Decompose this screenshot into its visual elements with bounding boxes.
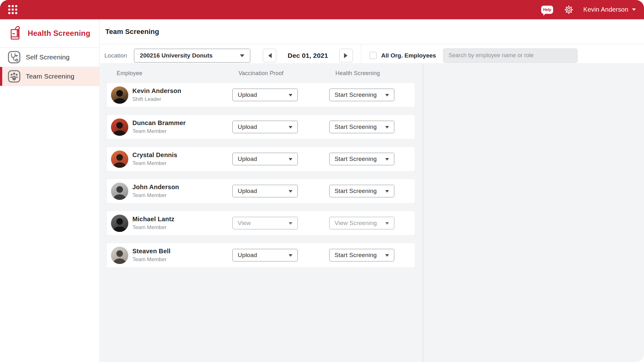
empty-right-panel bbox=[423, 63, 644, 362]
vaccination-proof-value: Upload bbox=[238, 123, 257, 130]
health-screening-value: Start Screening bbox=[335, 123, 377, 130]
all-org-label: All Org. Employees bbox=[381, 52, 436, 59]
health-screening-value: Start Screening bbox=[335, 156, 377, 162]
gear-icon bbox=[564, 5, 574, 15]
table-header-row: Employee Vaccination Proof Health Screen… bbox=[107, 70, 415, 77]
table-row: Steaven Bell Team Member Upload Start Sc… bbox=[107, 243, 415, 267]
chevron-down-icon bbox=[385, 222, 389, 227]
vaccination-proof-dropdown[interactable]: View bbox=[232, 217, 298, 229]
team-people-icon bbox=[8, 70, 21, 83]
health-screening-dropdown[interactable]: Start Screening bbox=[329, 185, 394, 197]
location-select[interactable]: 200216 University Donuts bbox=[134, 49, 250, 63]
employee-role: Shift Leader bbox=[132, 96, 181, 102]
chevron-down-icon bbox=[289, 222, 292, 227]
avatar bbox=[111, 183, 128, 200]
vaccination-proof-dropdown[interactable]: Upload bbox=[232, 153, 298, 165]
all-org-checkbox[interactable] bbox=[369, 52, 377, 59]
app-window: Help Kevin Anderson bbox=[0, 0, 644, 362]
table-row: Michael Lantz Team Member View View Scre… bbox=[107, 211, 415, 235]
vaccination-proof-dropdown[interactable]: Upload bbox=[232, 249, 298, 261]
employee-cell: John Anderson Team Member bbox=[111, 183, 232, 200]
chevron-right-icon bbox=[344, 53, 350, 58]
sidebar: Health Screening Self Screening bbox=[0, 19, 100, 362]
employee-cell: Kevin Anderson Shift Leader bbox=[111, 86, 232, 104]
next-day-button[interactable] bbox=[339, 49, 353, 62]
column-employee: Employee bbox=[107, 70, 228, 77]
employee-name: John Anderson bbox=[132, 184, 179, 191]
sidebar-item-self-screening[interactable]: Self Screening bbox=[0, 48, 99, 67]
date-navigator: Dec 01, 2021 bbox=[263, 49, 353, 62]
employee-cell: Duncan Brammer Team Member bbox=[111, 118, 232, 136]
avatar bbox=[111, 247, 128, 264]
chevron-down-icon bbox=[289, 190, 292, 195]
employee-name: Michael Lantz bbox=[132, 216, 175, 223]
location-label: Location bbox=[104, 52, 127, 59]
health-screening-dropdown[interactable]: Start Screening bbox=[329, 249, 394, 261]
employee-role: Team Member bbox=[132, 256, 170, 263]
health-screening-value: View Screening bbox=[335, 220, 377, 227]
date-value: Dec 01, 2021 bbox=[288, 52, 328, 59]
app-launcher-icon[interactable] bbox=[8, 5, 17, 14]
employee-name: Duncan Brammer bbox=[132, 119, 186, 127]
table-row: Duncan Brammer Team Member Upload Start … bbox=[107, 115, 415, 139]
page-header: Team Screening bbox=[100, 19, 644, 44]
chevron-down-icon bbox=[385, 126, 389, 130]
settings-button[interactable] bbox=[564, 5, 574, 15]
sidebar-item-label: Team Screening bbox=[26, 73, 75, 80]
avatar bbox=[111, 118, 128, 136]
health-screening-dropdown[interactable]: Start Screening bbox=[329, 89, 394, 101]
employee-role: Team Member bbox=[132, 224, 175, 231]
chevron-down-icon bbox=[632, 8, 636, 13]
column-health-screening: Health Screening bbox=[325, 70, 390, 77]
app-logo: Health Screening bbox=[0, 19, 99, 48]
health-screening-dropdown[interactable]: View Screening bbox=[329, 217, 394, 229]
vaccination-proof-dropdown[interactable]: Upload bbox=[232, 185, 298, 197]
table-row: Kevin Anderson Shift Leader Upload Start… bbox=[107, 83, 415, 107]
employee-name: Kevin Anderson bbox=[132, 87, 181, 95]
health-screening-logo-icon bbox=[9, 25, 23, 41]
help-icon[interactable]: Help bbox=[541, 6, 553, 14]
health-screening-value: Start Screening bbox=[335, 252, 377, 259]
app-title: Health Screening bbox=[28, 29, 90, 38]
health-screening-dropdown[interactable]: Start Screening bbox=[329, 121, 394, 133]
chevron-down-icon bbox=[385, 190, 389, 195]
chevron-down-icon bbox=[289, 94, 292, 98]
chevron-down-icon bbox=[385, 94, 389, 98]
sidebar-item-team-screening[interactable]: Team Screening bbox=[0, 67, 99, 86]
vaccination-proof-dropdown[interactable]: Upload bbox=[232, 121, 298, 133]
chevron-left-icon bbox=[266, 53, 272, 58]
avatar bbox=[111, 151, 128, 168]
search-input[interactable] bbox=[443, 48, 578, 63]
location-value: 200216 University Donuts bbox=[140, 52, 213, 59]
all-org-employees-toggle[interactable]: All Org. Employees bbox=[369, 52, 436, 59]
avatar bbox=[111, 86, 128, 104]
chevron-down-icon bbox=[240, 54, 244, 59]
avatar bbox=[111, 215, 128, 232]
top-bar: Help Kevin Anderson bbox=[0, 0, 644, 19]
employee-cell: Michael Lantz Team Member bbox=[111, 215, 232, 232]
stethoscope-icon bbox=[8, 51, 21, 64]
employee-cell: Steaven Bell Team Member bbox=[111, 247, 232, 264]
table-rows: Kevin Anderson Shift Leader Upload Start… bbox=[107, 83, 415, 267]
health-screening-dropdown[interactable]: Start Screening bbox=[329, 153, 394, 165]
vaccination-proof-value: Upload bbox=[238, 188, 257, 195]
page-title: Team Screening bbox=[105, 28, 159, 36]
user-menu[interactable]: Kevin Anderson bbox=[583, 6, 636, 13]
vaccination-proof-dropdown[interactable]: Upload bbox=[232, 89, 298, 101]
chevron-down-icon bbox=[289, 126, 292, 130]
chevron-down-icon bbox=[289, 158, 292, 162]
employee-role: Team Member bbox=[132, 192, 179, 199]
employee-table: Employee Vaccination Proof Health Screen… bbox=[100, 63, 423, 362]
chevron-down-icon bbox=[289, 254, 292, 259]
user-name: Kevin Anderson bbox=[583, 6, 628, 13]
vaccination-proof-value: View bbox=[238, 220, 251, 227]
chevron-down-icon bbox=[385, 254, 389, 259]
employee-name: Steaven Bell bbox=[132, 248, 170, 255]
table-row: Crystal Dennis Team Member Upload Start … bbox=[107, 147, 415, 171]
vaccination-proof-value: Upload bbox=[238, 252, 257, 259]
content-area: Employee Vaccination Proof Health Screen… bbox=[100, 63, 644, 362]
vaccination-proof-value: Upload bbox=[238, 156, 257, 162]
employee-role: Team Member bbox=[132, 128, 186, 134]
previous-day-button[interactable] bbox=[263, 49, 276, 62]
health-screening-value: Start Screening bbox=[335, 91, 377, 98]
